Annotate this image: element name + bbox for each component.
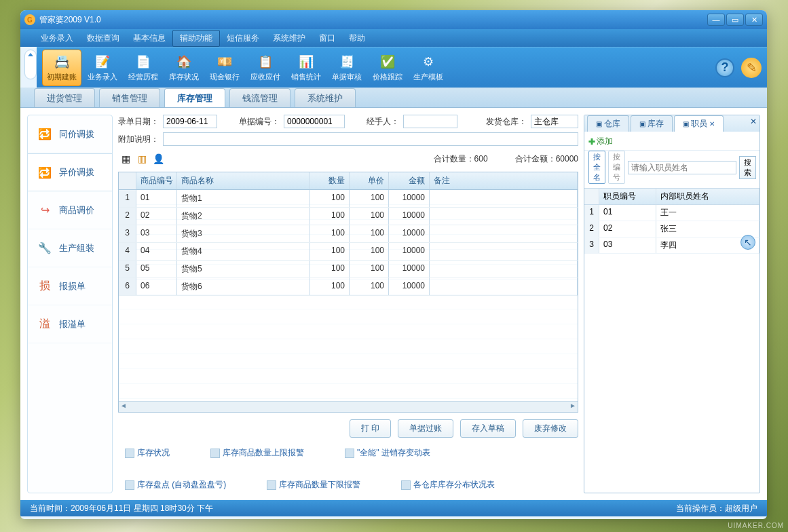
tool-label: 价格跟踪 [373,72,402,82]
bottom-link-5[interactable]: 各仓库库存分布状况表 [401,479,495,491]
tool-btn-3[interactable]: 🏠库存状况 [164,50,204,86]
action-button-3[interactable]: 废弃修改 [523,419,578,438]
billno-input[interactable] [284,115,345,128]
tool-btn-2[interactable]: 📄经营历程 [124,50,163,86]
table-row[interactable]: 606货物610010010000 [119,278,578,296]
maximize-button[interactable]: ▭ [726,14,744,26]
close-button[interactable]: ✕ [745,14,763,26]
nav-item-0[interactable]: 🔁同价调拨 [28,115,112,153]
side-toolbar: ✚添加 [584,132,759,151]
tool-icon: 🏠 [174,53,193,71]
link-icon [345,449,354,458]
bottom-link-0[interactable]: 库存状况 [125,447,170,459]
table-row[interactable]: 202货物210010010000 [119,208,578,225]
action-button-1[interactable]: 单据过账 [398,419,453,438]
grid-horizontal-scrollbar[interactable] [119,401,578,412]
side-search-input[interactable] [628,161,736,174]
nav-icon: 🔁 [37,127,52,142]
tool-btn-8[interactable]: ✅价格跟踪 [368,50,407,86]
bottom-link-2[interactable]: "全能" 进销存变动表 [345,447,430,459]
tool-btn-9[interactable]: ⚙生产模板 [409,50,448,86]
side-row[interactable]: 202张三 [584,221,759,238]
main-tab-2[interactable]: 库存管理 [164,88,225,107]
main-tab-1[interactable]: 销售管理 [99,88,160,107]
menu-item-2[interactable]: 基本信息 [126,31,172,46]
help-icon[interactable]: ? [715,58,734,77]
main-tab-4[interactable]: 系统维护 [295,88,356,107]
cell-qty: 100 [310,225,350,242]
action-button-0[interactable]: 打 印 [350,419,391,438]
tool-label: 单据审核 [332,72,362,82]
add-button[interactable]: ✚添加 [588,136,613,147]
nav-item-3[interactable]: 🔧生产组装 [28,229,112,267]
tool-btn-1[interactable]: 📝业务录入 [83,50,122,86]
grid-body[interactable]: 101货物110010010000202货物210010010000303货物3… [119,190,578,401]
bottom-link-4[interactable]: 库存商品数量下限报警 [267,479,360,491]
filter-fullname-button[interactable]: 按全名 [588,151,605,184]
table-row[interactable]: 303货物310010010000 [119,225,578,243]
grid-header-qty[interactable]: 数量 [310,172,350,189]
folder-icon: ▣ [639,120,645,128]
grid-header-remark[interactable]: 备注 [430,172,578,189]
side-grid-body[interactable]: 101王一202张三303李四↖ [584,205,759,493]
side-tab-1[interactable]: ▣库存 [631,115,673,132]
grid-header-name[interactable]: 商品名称 [177,172,310,189]
cell-price: 100 [350,225,389,242]
main-tabs: 进货管理销售管理库存管理钱流管理系统维护 [20,88,767,108]
side-tab-2[interactable]: ▣职员 ✕ [674,115,724,132]
grid-header-amt[interactable]: 金额 [389,172,430,189]
toolbar-collapse-toggle[interactable] [24,50,37,79]
side-row[interactable]: 303李四 [584,238,759,254]
nav-item-5[interactable]: 溢报溢单 [28,305,112,343]
tool-label: 现金银行 [210,72,240,82]
bottom-link-1[interactable]: 库存商品数量上限报警 [210,447,304,459]
tool-btn-5[interactable]: 📋应收应付 [246,50,285,86]
side-row[interactable]: 101王一 [584,205,759,221]
side-search-button[interactable]: 搜索 [739,156,756,179]
grid-header-price[interactable]: 单价 [350,172,389,189]
sync-icon[interactable]: ✎ [741,58,762,78]
action-button-2[interactable]: 存入草稿 [460,419,516,438]
tool-label: 业务录入 [88,72,117,82]
nav-icon: 🔁 [37,165,52,180]
nav-item-1[interactable]: 🔁异价调拨 [28,153,112,191]
minimize-button[interactable]: — [707,14,725,26]
menu-item-1[interactable]: 数据查询 [80,31,126,46]
person-icon[interactable]: 👤 [152,153,164,165]
side-tab-0[interactable]: ▣仓库 [587,115,629,132]
tab-close-icon[interactable]: ✕ [709,120,715,128]
note-input[interactable] [163,132,578,146]
cell-amt: 10000 [389,261,430,278]
table-row[interactable]: 404货物410010010000 [119,243,578,261]
nav-item-4[interactable]: 损报损单 [28,267,112,305]
building-icon[interactable]: ▥ [136,153,148,165]
tool-btn-7[interactable]: 🧾单据审核 [327,50,367,86]
filter-code-button[interactable]: 按编号 [608,151,625,184]
tool-btn-0[interactable]: 📇初期建账 [42,50,81,86]
side-close-icon[interactable]: ✕ [750,117,757,126]
menu-item-0[interactable]: 业务录入 [34,31,80,46]
side-header-rownum[interactable] [584,189,599,204]
grid-icon[interactable]: ▦ [119,153,132,165]
menu-item-5[interactable]: 系统维护 [266,31,312,46]
bottom-link-3[interactable]: 库存盘点 (自动盘盈盘亏) [125,479,226,491]
grid-header-rownum[interactable] [119,172,136,189]
table-row[interactable]: 505货物510010010000 [119,261,578,278]
menu-item-3[interactable]: 辅助功能 [172,30,220,47]
nav-item-2[interactable]: ↪商品调价 [28,191,112,229]
cell-name: 货物6 [177,278,310,295]
grid-header-code[interactable]: 商品编号 [136,172,177,189]
date-input[interactable] [163,115,217,128]
main-tab-0[interactable]: 进货管理 [34,88,95,107]
table-row[interactable]: 101货物110010010000 [119,190,578,208]
side-header-code[interactable]: 职员编号 [599,189,656,204]
warehouse-input[interactable] [531,115,578,128]
main-tab-3[interactable]: 钱流管理 [229,88,290,107]
side-header-name[interactable]: 内部职员姓名 [656,189,759,204]
menu-item-7[interactable]: 帮助 [342,31,372,46]
handler-input[interactable] [403,115,457,128]
tool-btn-6[interactable]: 📊销售统计 [286,50,326,86]
tool-btn-4[interactable]: 💴现金银行 [205,50,244,86]
menu-item-4[interactable]: 短信服务 [220,31,266,46]
menu-item-6[interactable]: 窗口 [312,31,342,46]
